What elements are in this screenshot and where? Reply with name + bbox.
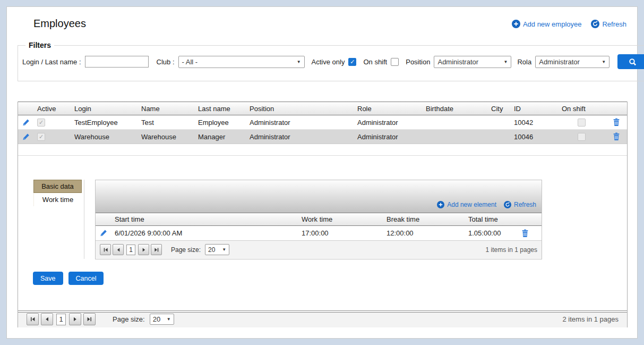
filters-legend: Filters (25, 41, 54, 49)
work-time-grid-header: Start time Work time Break time Total ti… (96, 213, 542, 226)
filter-row: Login / Last name : Club : - All - ▼ Act… (22, 54, 644, 69)
inner-refresh-button[interactable]: Refresh (504, 201, 536, 208)
employees-pager: 1 Page size: 20 ▼ 2 items in 1 pages (18, 310, 627, 327)
on-shift-checkbox (578, 133, 586, 141)
login-filter-input[interactable] (85, 56, 149, 68)
search-button[interactable] (617, 54, 644, 69)
employee-row-1[interactable]: TestEmployee Test Employee Administrator… (18, 115, 627, 130)
page-size-label: Page size: (171, 246, 201, 254)
prev-page-button[interactable] (113, 244, 124, 255)
work-time-row[interactable]: 6/01/2026 9:00:00 AM 17:00:00 12:00:00 1… (96, 226, 542, 240)
club-filter-value: - All - (182, 58, 198, 66)
first-page-button[interactable] (100, 244, 111, 255)
inner-refresh-label: Refresh (514, 201, 536, 208)
edit-row-button[interactable] (22, 119, 30, 127)
page-title: Employees (33, 18, 86, 30)
pencil-icon (22, 133, 30, 141)
login-filter-label: Login / Last name : (22, 58, 81, 66)
refresh-button[interactable]: Refresh (591, 20, 626, 28)
trash-icon (613, 118, 620, 127)
employees-grid: Active Login Name Last name Position Rol… (18, 102, 628, 327)
tab-basic-data[interactable]: Basic data (33, 180, 82, 193)
chevron-down-icon: ▼ (504, 60, 508, 64)
add-new-element-button[interactable]: Add new element (437, 201, 496, 208)
edit-row-button[interactable] (22, 133, 30, 141)
on-shift-checkbox (578, 119, 586, 127)
col-start-time: Start time (111, 215, 298, 223)
delete-row-button[interactable] (613, 132, 620, 141)
position-filter-dropdown[interactable]: Administrator ▼ (434, 56, 511, 68)
current-page-input[interactable]: 1 (126, 245, 135, 255)
col-position: Position (246, 105, 354, 113)
page-size-value: 20 (153, 315, 160, 323)
on-shift-filter-checkbox[interactable] (391, 58, 399, 66)
next-page-button[interactable] (138, 244, 149, 255)
active-only-checkbox[interactable] (348, 58, 356, 66)
add-new-element-label: Add new element (447, 201, 496, 208)
pencil-icon (100, 229, 107, 237)
employee-row-2[interactable]: Warehouse Warehouse Manager Administrato… (18, 130, 627, 144)
cell-role: Administrator (354, 133, 423, 141)
plus-circle-icon (437, 201, 444, 208)
detail-actions: Save Cancel (33, 272, 104, 285)
last-page-icon (86, 316, 93, 323)
col-break-time: Break time (383, 215, 465, 223)
col-name: Name (138, 105, 195, 113)
cell-break-time: 12:00:00 (383, 229, 465, 237)
col-work-time: Work time (298, 215, 383, 223)
pager-status: 1 items in 1 pages (486, 246, 537, 254)
cell-role: Administrator (354, 119, 423, 127)
refresh-circle-icon (504, 201, 511, 208)
delete-row-button[interactable] (613, 118, 620, 127)
col-login: Login (71, 105, 138, 113)
last-page-button[interactable] (151, 244, 162, 255)
last-page-button[interactable] (83, 313, 96, 325)
cell-total-time: 1.05:00:00 (465, 229, 508, 237)
col-total-time: Total time (465, 215, 508, 223)
delete-row-button[interactable] (521, 229, 529, 238)
plus-circle-icon (512, 20, 520, 28)
chevron-down-icon: ▼ (222, 247, 226, 252)
rola-filter-value: Administrator (539, 58, 580, 66)
tab-work-time[interactable]: Work time (33, 193, 82, 206)
last-page-icon (153, 247, 160, 253)
edit-row-button[interactable] (100, 229, 107, 237)
col-birthdate: Birthdate (423, 105, 488, 113)
trash-icon (521, 229, 529, 238)
club-filter-dropdown[interactable]: - All - ▼ (178, 56, 305, 68)
prev-page-button[interactable] (41, 313, 53, 325)
club-filter-label: Club : (157, 58, 175, 66)
active-checkbox (37, 119, 45, 127)
col-role: Role (354, 105, 423, 113)
add-new-employee-button[interactable]: Add new employee (512, 20, 582, 28)
cell-work-time: 17:00:00 (298, 229, 383, 237)
cancel-button[interactable]: Cancel (68, 272, 104, 285)
refresh-circle-icon (591, 20, 599, 28)
save-button[interactable]: Save (33, 272, 63, 285)
cell-name: Warehouse (138, 133, 195, 141)
first-page-icon (102, 247, 109, 253)
page-size-dropdown[interactable]: 20 ▼ (150, 314, 174, 325)
page-size-dropdown[interactable]: 20 ▼ (205, 244, 229, 255)
detail-spacer (18, 144, 627, 156)
pager-status: 2 items in 1 pages (562, 315, 619, 323)
chevron-down-icon: ▼ (602, 60, 606, 64)
on-shift-filter-label: On shift (363, 58, 387, 66)
first-page-button[interactable] (27, 313, 39, 325)
employee-detail-view: Basic data Work time Add new element Ref… (18, 144, 627, 310)
col-id: ID (511, 105, 559, 113)
cell-start-time: 6/01/2026 9:00:00 AM (111, 229, 298, 237)
cell-last-name: Manager (195, 133, 246, 141)
rola-filter-dropdown[interactable]: Administrator ▼ (535, 56, 609, 68)
current-page-input[interactable]: 1 (56, 314, 66, 325)
cell-login: TestEmployee (71, 119, 138, 127)
header-actions: Add new employee Refresh (512, 20, 626, 28)
chevron-down-icon: ▼ (297, 60, 301, 64)
filters-panel: Filters Login / Last name : Club : - All… (18, 41, 644, 81)
trash-icon (613, 132, 620, 141)
next-page-button[interactable] (69, 313, 81, 325)
work-time-pager: 1 Page size: 20 ▼ 1 items in 1 pages (96, 240, 542, 258)
cell-id: 10042 (511, 119, 559, 127)
work-time-panel: Add new element Refresh Start time Work … (95, 180, 542, 259)
page-card: Employees Add new employee Refresh Filte… (6, 6, 638, 339)
